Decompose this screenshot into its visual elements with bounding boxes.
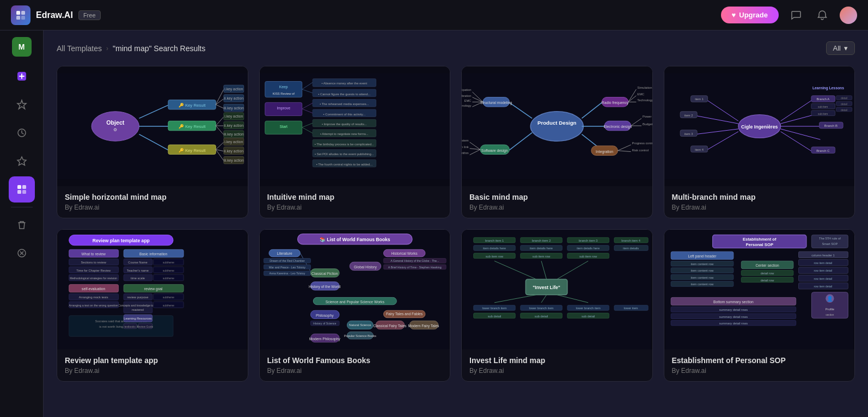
svg-text:row item detail: row item detail	[814, 277, 832, 280]
svg-text:Cigle Ingenières: Cigle Ingenières	[741, 124, 778, 130]
svg-text:detail row: detail row	[760, 272, 774, 275]
avatar[interactable]	[840, 7, 857, 24]
notifications-icon[interactable]	[814, 7, 831, 24]
svg-text:i.key action: i.key action	[224, 87, 243, 91]
svg-text:lower branch item: lower branch item	[576, 306, 601, 310]
svg-text:Methodological strategies for : Methodological strategies for revision	[70, 277, 117, 280]
svg-text:Anna Karenina - Leo Tolstoy: Anna Karenina - Leo Tolstoy	[269, 272, 305, 275]
sidebar-item-recent[interactable]	[9, 120, 35, 146]
svg-rect-12	[17, 190, 21, 194]
svg-text:item details: item details	[623, 247, 639, 250]
template-preview-review-plan: Review plan template app What to review …	[57, 230, 248, 349]
messages-icon[interactable]	[787, 7, 805, 24]
svg-text:iii.key action: iii.key action	[224, 106, 244, 111]
svg-text:History of Science: History of Science	[313, 322, 336, 325]
svg-text:Start: Start	[279, 125, 287, 128]
main-layout: M	[0, 30, 868, 417]
template-card-multi-branch[interactable]: Cigle Ingenières item 1 item 2 ite	[664, 66, 855, 218]
svg-text:EMC: EMC	[637, 93, 644, 96]
svg-text:Basic information: Basic information	[139, 252, 168, 256]
template-card-intuitive[interactable]: Keep KISS Review of Improve Start • Abse…	[259, 66, 451, 218]
filter-dropdown[interactable]: All ▾	[826, 41, 855, 55]
sidebar-item-delete[interactable]	[9, 240, 35, 266]
upgrade-button[interactable]: ♥ Upgrade	[721, 7, 779, 23]
svg-text:item 1: item 1	[695, 97, 704, 101]
svg-text:item details here: item details here	[577, 247, 600, 250]
svg-rect-11	[22, 185, 26, 189]
svg-text:• The rehearsed media expenses: • The rehearsed media expenses...	[320, 102, 369, 106]
template-info-1: Simple horizontal mind map By Edraw.ai	[57, 186, 248, 218]
template-card-personal-sop[interactable]: Establishment of Personal SOP The 5TH ru…	[664, 229, 855, 382]
template-card-review-plan[interactable]: Review plan template app What to review …	[57, 229, 248, 382]
svg-text:Establishment of: Establishment of	[742, 237, 776, 242]
template-info-7: Invest Life mind map By Edraw.ai	[462, 349, 652, 381]
svg-text:sub item: sub item	[818, 106, 828, 108]
svg-text:textbooks: textbooks	[124, 326, 136, 328]
svg-text:"Invest Life": "Invest Life"	[533, 285, 560, 290]
sidebar-item-workspace[interactable]: M	[12, 37, 32, 57]
svg-text:Keep: Keep	[279, 85, 288, 89]
template-card-simple-horizontal[interactable]: Object ⚙ 🔑 Key Result i.key action ii.ke…	[57, 66, 248, 218]
svg-text:📚 List of World Famous Books: 📚 List of World Famous Books	[319, 237, 390, 243]
svg-text:detail: detail	[841, 103, 847, 106]
svg-text:detail row: detail row	[760, 279, 774, 282]
template-author-8: By Edraw.ai	[672, 367, 847, 375]
svg-text:Communication link: Communication link	[462, 145, 469, 149]
svg-text:Heat dissipation: Heat dissipation	[462, 88, 471, 91]
svg-text:subtheme: subtheme	[163, 296, 174, 299]
svg-text:A General History of the Globe: A General History of the Globe - The...	[390, 259, 439, 262]
template-card-basic[interactable]: Product Design Structural modeling Heat …	[461, 66, 653, 218]
svg-text:Arranging mock tests: Arranging mock tests	[79, 296, 108, 299]
template-title-8: Establishment of Personal SOP	[672, 356, 847, 365]
svg-text:Sections to review: Sections to review	[81, 261, 106, 264]
svg-text:Object: Object	[106, 119, 125, 126]
sidebar-item-starred[interactable]	[9, 148, 35, 174]
svg-text:Global History: Global History	[353, 265, 377, 269]
template-author-5: By Edraw.ai	[65, 367, 240, 375]
sidebar-item-trash[interactable]	[9, 212, 35, 238]
upgrade-icon: ♥	[732, 11, 736, 19]
svg-text:Personal SOP: Personal SOP	[745, 242, 773, 247]
svg-text:• Cannot figure the guests to : • Cannot figure the guests to attend...	[318, 93, 370, 96]
svg-text:History of the World: History of the World	[308, 285, 340, 289]
svg-text:sub item: sub item	[818, 113, 828, 115]
sidebar-divider	[11, 207, 33, 207]
svg-rect-1	[21, 11, 25, 15]
svg-text:sub item row: sub item row	[579, 255, 597, 258]
svg-text:summary detail rows: summary detail rows	[719, 315, 748, 318]
svg-text:Electronic design: Electronic design	[604, 125, 632, 129]
svg-text:subtheme: subtheme	[163, 269, 174, 272]
svg-text:item 4: item 4	[695, 148, 704, 151]
svg-text:The 5TH rule of: The 5TH rule of	[819, 237, 841, 240]
svg-text:Learning Resources: Learning Resources	[124, 317, 151, 320]
template-card-world-books[interactable]: 📚 List of World Famous Books Literature …	[259, 229, 451, 382]
svg-text:Profile: Profile	[825, 308, 834, 311]
breadcrumb-root[interactable]: All Templates	[57, 44, 102, 53]
svg-text:Philosophy: Philosophy	[315, 314, 333, 318]
sidebar-item-ai[interactable]	[9, 91, 35, 118]
template-preview-simple-horizontal: Object ⚙ 🔑 Key Result i.key action ii.ke…	[57, 66, 248, 186]
sidebar: M	[0, 30, 44, 417]
svg-text:subtheme: subtheme	[163, 304, 174, 307]
navbar-left: Edraw.AI Free	[11, 5, 101, 25]
svg-text:review goal: review goal	[144, 287, 163, 291]
template-card-invest-life[interactable]: "Invest Life" branch item 1 branch item …	[461, 229, 653, 382]
svg-text:EMC: EMC	[464, 99, 472, 102]
sidebar-item-create[interactable]	[9, 63, 35, 89]
svg-text:• Improve the quality of resul: • Improve the quality of results...	[321, 122, 366, 126]
sidebar-item-templates[interactable]	[9, 176, 35, 203]
svg-text:review purpose: review purpose	[127, 296, 149, 299]
svg-text:Literature: Literature	[277, 252, 292, 255]
svg-text:lower branch item: lower branch item	[529, 306, 553, 310]
svg-text:item content row: item content row	[690, 283, 714, 286]
svg-point-90	[530, 112, 583, 141]
template-title-5: Review plan template app	[65, 356, 240, 365]
template-author-2: By Edraw.ai	[267, 204, 443, 211]
svg-text:summary detail rows: summary detail rows	[719, 308, 748, 311]
svg-text:Algorithm: Algorithm	[462, 151, 469, 155]
svg-text:self-evaluation: self-evaluation	[82, 287, 105, 291]
svg-text:subtheme: subtheme	[163, 277, 174, 280]
template-author-6: By Edraw.ai	[267, 367, 443, 375]
filter-label: All	[833, 44, 841, 52]
breadcrumb-separator: ›	[106, 45, 108, 52]
